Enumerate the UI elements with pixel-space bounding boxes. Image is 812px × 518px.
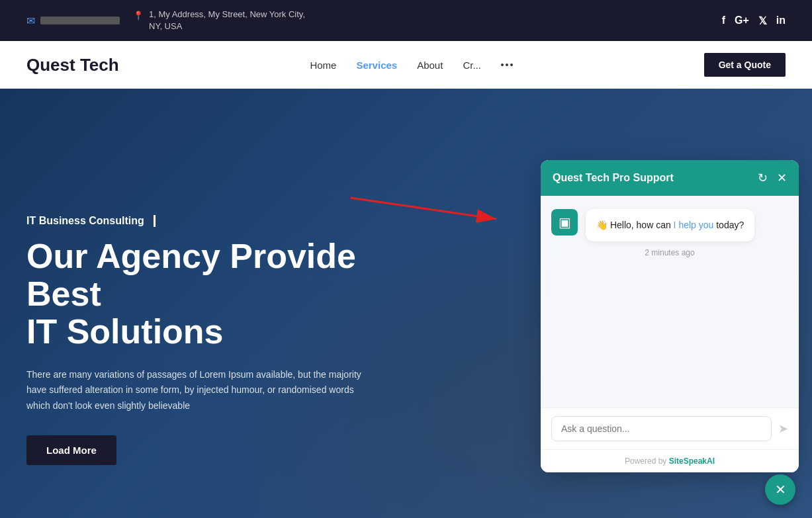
chat-fab-close[interactable]: ✕: [765, 474, 795, 505]
navbar: Quest Tech Home Services About Cr... Get…: [0, 41, 812, 89]
hero-content: IT Business Consulting Our Agency Provid…: [26, 215, 424, 465]
hero-section: IT Business Consulting Our Agency Provid…: [0, 89, 812, 518]
bot-icon: ▣: [559, 214, 571, 230]
chat-widget: Quest Tech Pro Support ↻ ✕ ▣ 👋 Hello, ho…: [541, 160, 799, 472]
social-icons: f G+ 𝕏 in: [722, 15, 786, 27]
top-bar-email: ✉: [26, 15, 120, 27]
hero-cta-button[interactable]: Load More: [26, 435, 116, 465]
googleplus-icon[interactable]: G+: [735, 15, 749, 26]
chat-footer-text: Powered by: [625, 456, 669, 466]
location-icon: 📍: [133, 10, 144, 22]
hero-description: There are many variations of passages of…: [26, 367, 371, 414]
nav-links: Home Services About Cr...: [310, 60, 512, 71]
hero-title: Our Agency Provide BestIT Solutions: [26, 237, 424, 351]
chat-timestamp: 2 minutes ago: [551, 248, 788, 257]
chat-msg-after: today?: [713, 220, 744, 230]
chat-footer: Powered by SiteSpeakAI: [541, 449, 799, 472]
nav-more[interactable]: Cr...: [463, 60, 481, 71]
nav-about[interactable]: About: [417, 60, 443, 71]
email-redacted-bar: [40, 17, 120, 24]
chat-header-actions: ↻ ✕: [758, 171, 787, 185]
chat-close-icon[interactable]: ✕: [777, 171, 787, 185]
chat-refresh-icon[interactable]: ↻: [758, 171, 768, 185]
nav-home[interactable]: Home: [310, 60, 336, 71]
svg-line-1: [351, 198, 496, 219]
chat-body: ▣ 👋 Hello, how can I help you today? 2 m…: [541, 196, 799, 408]
chat-input[interactable]: [551, 416, 772, 441]
top-bar-address: 📍 1, My Address, My Street, New York Cit…: [133, 9, 305, 32]
cta-button[interactable]: Get a Quote: [704, 53, 786, 77]
chat-msg-link[interactable]: I help you: [674, 220, 714, 230]
address-text: 1, My Address, My Street, New York City,…: [149, 9, 305, 32]
sitespeak-link[interactable]: SiteSpeakAI: [669, 456, 715, 466]
nav-services[interactable]: Services: [356, 60, 397, 71]
chat-send-button[interactable]: ➤: [778, 421, 788, 436]
brand-logo[interactable]: Quest Tech: [26, 55, 119, 75]
chat-bubble: 👋 Hello, how can I help you today?: [586, 209, 754, 241]
chat-title: Quest Tech Pro Support: [553, 172, 674, 184]
facebook-icon[interactable]: f: [722, 15, 725, 26]
chat-input-area: ➤: [541, 408, 799, 449]
chat-header: Quest Tech Pro Support ↻ ✕: [541, 160, 799, 196]
red-arrow: [344, 191, 516, 224]
chat-message-row: ▣ 👋 Hello, how can I help you today?: [551, 209, 788, 241]
top-bar-left: ✉ 📍 1, My Address, My Street, New York C…: [26, 9, 305, 32]
top-bar: ✉ 📍 1, My Address, My Street, New York C…: [0, 0, 812, 41]
chat-msg-before: 👋 Hello, how can: [596, 220, 674, 230]
bot-avatar: ▣: [551, 209, 578, 236]
email-icon: ✉: [26, 15, 35, 27]
twitter-icon[interactable]: 𝕏: [758, 15, 767, 27]
linkedin-icon[interactable]: in: [776, 15, 786, 26]
nav-hamburger[interactable]: [501, 64, 513, 66]
